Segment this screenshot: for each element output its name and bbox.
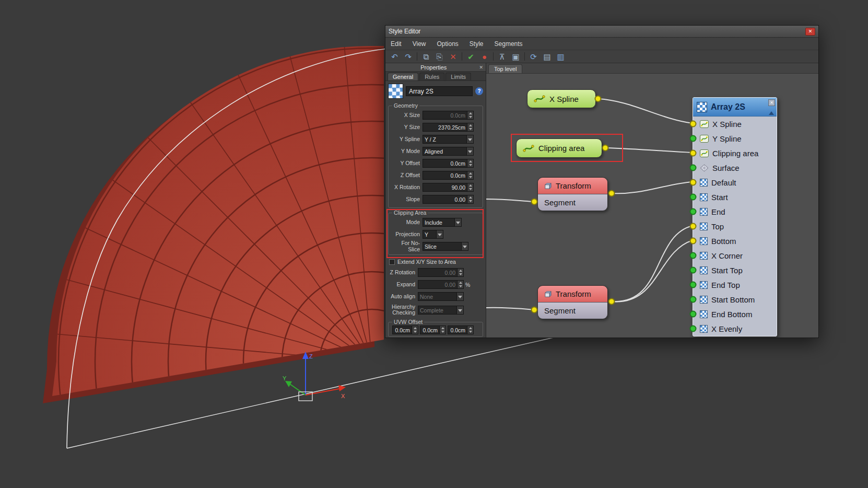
menu-options[interactable]: Options xyxy=(437,40,458,48)
array-input-top[interactable]: Top xyxy=(693,219,777,234)
window-titlebar[interactable]: Style Editor ✕ xyxy=(385,26,818,38)
y-offset-spinner[interactable]: 0.0cm xyxy=(423,159,474,168)
socket-segment2-input[interactable] xyxy=(531,307,538,313)
input-socket[interactable] xyxy=(690,252,697,259)
redo-icon[interactable]: ↷ xyxy=(403,53,413,61)
input-socket[interactable] xyxy=(690,326,697,332)
array-input-surface[interactable]: Surface xyxy=(693,160,777,175)
socket-clipping-output[interactable] xyxy=(602,145,609,152)
input-socket[interactable] xyxy=(690,135,697,142)
y-spline-dropdown[interactable]: Y / Z xyxy=(423,135,474,144)
array-node-header[interactable]: Array 2S ✕ xyxy=(693,98,777,117)
menu-edit[interactable]: Edit xyxy=(391,40,402,48)
undo-icon[interactable]: ↶ xyxy=(390,53,400,61)
spinner-arrows[interactable] xyxy=(439,326,445,334)
tab-top-level[interactable]: Top level xyxy=(488,64,522,73)
node-array-2s[interactable]: Array 2S ✕ X Spline Y Spline xyxy=(693,97,777,336)
array-input-x-spline[interactable]: X Spline xyxy=(693,117,777,131)
uvw-u-spinner[interactable]: 0.0cm xyxy=(392,326,418,334)
spinner-arrows[interactable] xyxy=(467,195,473,203)
node-clipping-area[interactable]: Clipping area xyxy=(516,138,602,158)
node-x-spline[interactable]: X Spline xyxy=(527,89,596,108)
spinner-arrows[interactable] xyxy=(467,183,473,191)
z-rotation-spinner[interactable]: 0.00 xyxy=(418,268,464,277)
array-input-end-top[interactable]: End Top xyxy=(693,277,777,292)
menu-view[interactable]: View xyxy=(413,40,426,48)
input-socket[interactable] xyxy=(690,267,697,274)
x-size-spinner[interactable]: 0.0cm xyxy=(423,111,474,120)
spinner-arrows[interactable] xyxy=(467,159,473,167)
for-no-slice-dropdown[interactable]: Slice xyxy=(423,242,468,251)
window-close-button[interactable]: ✕ xyxy=(805,28,815,36)
hierarchy-checking-dropdown[interactable]: Complete xyxy=(418,306,464,315)
input-socket[interactable] xyxy=(690,282,697,288)
chevron-down-icon[interactable] xyxy=(454,218,461,226)
uvw-w-spinner[interactable]: 0.0cm xyxy=(448,326,474,334)
array-input-start[interactable]: Start xyxy=(693,190,777,204)
expand-spinner[interactable]: 0.00 xyxy=(418,280,464,289)
spinner-arrows[interactable] xyxy=(412,326,418,334)
array-input-default[interactable]: Default xyxy=(693,175,777,190)
y-size-spinner[interactable]: 2370.25cm xyxy=(423,123,474,132)
input-socket[interactable] xyxy=(690,311,697,318)
tab-rules[interactable]: Rules xyxy=(419,73,444,80)
input-socket[interactable] xyxy=(690,208,697,215)
chevron-down-icon[interactable] xyxy=(461,242,468,250)
validate-icon[interactable]: ✔ xyxy=(466,53,476,61)
array-input-end-bottom[interactable]: End Bottom xyxy=(693,307,777,321)
chevron-down-icon[interactable] xyxy=(456,293,463,300)
refresh-icon[interactable]: ⟳ xyxy=(529,53,538,61)
chevron-down-icon[interactable] xyxy=(466,147,473,155)
array-input-start-bottom[interactable]: Start Bottom xyxy=(693,292,777,307)
array-node-collapse-icon[interactable] xyxy=(769,111,774,115)
x-rotation-spinner[interactable]: 90.00 xyxy=(423,183,474,192)
node-transform-1[interactable]: Transform Segment xyxy=(537,177,608,211)
uvw-v-spinner[interactable]: 0.0cm xyxy=(420,326,446,334)
array-input-clipping-area[interactable]: Clipping area xyxy=(693,146,777,160)
menu-segments[interactable]: Segments xyxy=(495,40,523,48)
tab-general[interactable]: General xyxy=(388,73,418,80)
input-socket[interactable] xyxy=(690,194,697,201)
paste-icon[interactable]: ⎘ xyxy=(435,53,444,61)
pack-icon[interactable]: ▣ xyxy=(511,53,521,61)
extend-checkbox[interactable] xyxy=(389,259,395,265)
array-input-x-corner[interactable]: X Corner xyxy=(693,248,777,263)
y-mode-dropdown[interactable]: Aligned xyxy=(423,147,474,156)
input-socket[interactable] xyxy=(690,150,697,157)
projection-dropdown[interactable]: Y xyxy=(423,230,443,239)
input-socket[interactable] xyxy=(690,223,697,230)
node-graph-canvas[interactable]: Top level xyxy=(486,63,818,338)
spinner-arrows[interactable] xyxy=(457,269,463,276)
disable-icon[interactable]: ● xyxy=(479,53,489,61)
z-offset-spinner[interactable]: 0.0cm xyxy=(423,171,474,180)
properties-header[interactable]: Properties ✕ xyxy=(385,63,486,72)
copy-icon[interactable]: ⧉ xyxy=(421,53,431,61)
node-transform-2[interactable]: Transform Segment xyxy=(537,285,608,319)
menu-style[interactable]: Style xyxy=(470,40,484,48)
help-icon[interactable]: ? xyxy=(475,87,483,95)
array-input-bottom[interactable]: Bottom xyxy=(693,234,777,248)
clipping-mode-dropdown[interactable]: Include xyxy=(423,218,462,227)
input-socket[interactable] xyxy=(690,121,697,127)
array-node-close-icon[interactable]: ✕ xyxy=(768,99,775,106)
socket-xspline-output[interactable] xyxy=(595,96,602,102)
spinner-arrows[interactable] xyxy=(467,171,473,179)
input-socket[interactable] xyxy=(690,296,697,303)
array-input-start-top[interactable]: Start Top xyxy=(693,263,777,277)
socket-segment1-input[interactable] xyxy=(531,199,538,205)
input-socket[interactable] xyxy=(690,179,697,186)
spinner-arrows[interactable] xyxy=(467,111,473,119)
input-socket[interactable] xyxy=(690,165,697,171)
socket-transform2-output[interactable] xyxy=(608,298,615,305)
filter-icon[interactable]: ⊼ xyxy=(497,53,507,61)
spinner-arrows[interactable] xyxy=(467,123,473,131)
notes-icon[interactable]: ▥ xyxy=(556,53,566,61)
chevron-down-icon[interactable] xyxy=(466,135,473,143)
socket-transform1-output[interactable] xyxy=(608,190,615,197)
spinner-arrows[interactable] xyxy=(467,326,473,334)
library-icon[interactable]: ▤ xyxy=(542,53,552,61)
array-input-end[interactable]: End xyxy=(693,204,777,219)
spinner-arrows[interactable] xyxy=(457,281,463,288)
style-name-input[interactable]: Array 2S xyxy=(406,86,473,96)
chevron-down-icon[interactable] xyxy=(456,306,463,314)
